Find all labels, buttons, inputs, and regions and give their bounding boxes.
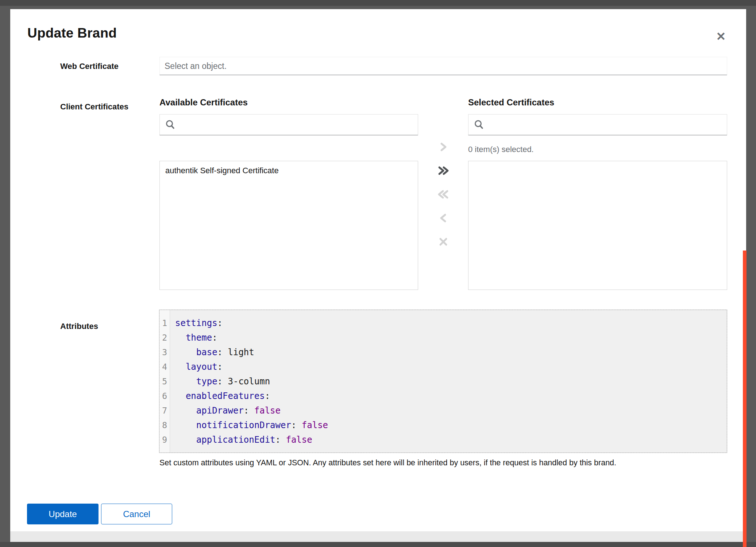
code-line-numbers: 123456789 <box>159 310 170 453</box>
code-line: settings: <box>175 316 727 330</box>
code-content[interactable]: settings: theme: base: light layout: typ… <box>170 310 727 453</box>
line-number: 8 <box>159 418 170 432</box>
clear-selection-button[interactable] <box>433 234 453 250</box>
available-certificates-heading: Available Certificates <box>159 97 248 108</box>
move-selected-right-button[interactable] <box>433 139 453 155</box>
search-icon <box>165 120 176 130</box>
available-search-box <box>159 114 418 135</box>
code-line: base: light <box>175 345 727 360</box>
angle-right-icon <box>439 142 448 152</box>
selected-search-box <box>468 114 727 135</box>
search-icon <box>474 120 484 130</box>
angle-left-icon <box>439 213 448 223</box>
line-number: 4 <box>159 360 170 374</box>
client-certificates-label: Client Certificates <box>60 102 128 112</box>
available-search-input[interactable] <box>176 120 418 129</box>
line-number: 3 <box>159 345 170 360</box>
modal-title: Update Brand <box>27 26 117 41</box>
line-number: 2 <box>159 330 170 345</box>
move-all-left-button[interactable] <box>433 186 453 202</box>
code-line: apiDrawer: false <box>175 403 727 418</box>
code-line: enabledFeatures: <box>175 389 727 403</box>
web-certificate-select[interactable]: Select an object. <box>159 57 727 75</box>
attributes-help-text: Set custom attributes using YAML or JSON… <box>159 458 727 468</box>
line-number: 1 <box>159 316 170 330</box>
selected-search-input[interactable] <box>484 120 727 129</box>
certificate-list-item[interactable]: authentik Self-signed Certificate <box>160 161 418 180</box>
attributes-label: Attributes <box>60 322 98 331</box>
move-all-right-button[interactable] <box>433 163 453 179</box>
line-number: 7 <box>159 403 170 418</box>
move-selected-left-button[interactable] <box>433 210 453 226</box>
web-certificate-label: Web Certificate <box>60 62 119 71</box>
selected-certificates-heading: Selected Certificates <box>468 97 554 108</box>
cancel-button[interactable]: Cancel <box>101 504 172 524</box>
modal-footer-strip <box>10 531 746 542</box>
update-brand-modal: Update Brand ✕ Web Certificate Select an… <box>10 9 746 542</box>
available-certificates-listbox[interactable]: authentik Self-signed Certificate <box>159 161 418 290</box>
web-certificate-placeholder: Select an object. <box>165 61 227 71</box>
selected-certificates-listbox[interactable] <box>468 161 727 290</box>
code-line: layout: <box>175 360 727 374</box>
line-number: 9 <box>159 432 170 447</box>
code-line: notificationDrawer: false <box>175 418 727 432</box>
angle-double-left-icon <box>437 189 450 199</box>
code-line: type: 3-column <box>175 374 727 389</box>
angle-double-right-icon <box>437 166 450 176</box>
times-icon <box>438 237 448 247</box>
dimmed-page-background <box>0 542 756 547</box>
selected-count-status: 0 item(s) selected. <box>468 145 534 154</box>
notification-edge-bar <box>743 251 747 547</box>
dimmed-page-header <box>0 0 756 6</box>
line-number: 5 <box>159 374 170 389</box>
line-number: 6 <box>159 389 170 403</box>
attributes-code-editor[interactable]: 123456789 settings: theme: base: light l… <box>159 310 727 453</box>
code-line: applicationEdit: false <box>175 432 727 447</box>
dual-list-controls <box>433 139 453 257</box>
code-line: theme: <box>175 330 727 345</box>
update-button[interactable]: Update <box>27 504 99 524</box>
close-icon[interactable]: ✕ <box>713 28 729 45</box>
